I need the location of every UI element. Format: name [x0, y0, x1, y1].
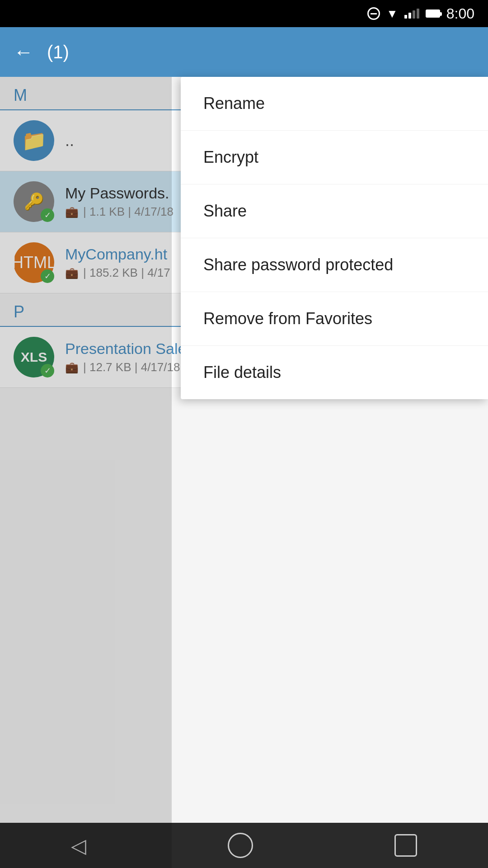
- battery-icon: [426, 9, 440, 18]
- app-bar: ← (1): [0, 27, 488, 77]
- menu-item-remove-from-favorites[interactable]: Remove from Favorites: [181, 292, 488, 346]
- context-menu: Rename Encrypt Share Share password prot…: [181, 77, 488, 399]
- menu-item-share[interactable]: Share: [181, 184, 488, 238]
- signal-icon: [404, 9, 419, 19]
- nav-recent-button[interactable]: [394, 834, 417, 857]
- menu-item-share-password-protected[interactable]: Share password protected: [181, 238, 488, 292]
- status-bar: ▼ 8:00: [0, 0, 488, 27]
- wifi-icon: ▼: [386, 7, 398, 21]
- main-content: M 📁 .. 🔑 ✓ My Passwords. 💼 | 1.1 KB | 4/…: [0, 77, 488, 868]
- nav-home-button[interactable]: [228, 833, 253, 858]
- status-icons: ▼ 8:00: [367, 5, 474, 22]
- menu-item-file-details[interactable]: File details: [181, 346, 488, 399]
- menu-item-encrypt[interactable]: Encrypt: [181, 131, 488, 184]
- menu-item-rename[interactable]: Rename: [181, 77, 488, 131]
- app-bar-title: (1): [47, 42, 69, 62]
- do-not-disturb-icon: [367, 7, 380, 20]
- back-button[interactable]: ←: [14, 41, 33, 63]
- context-menu-overlay[interactable]: [0, 77, 172, 868]
- status-time: 8:00: [446, 5, 474, 22]
